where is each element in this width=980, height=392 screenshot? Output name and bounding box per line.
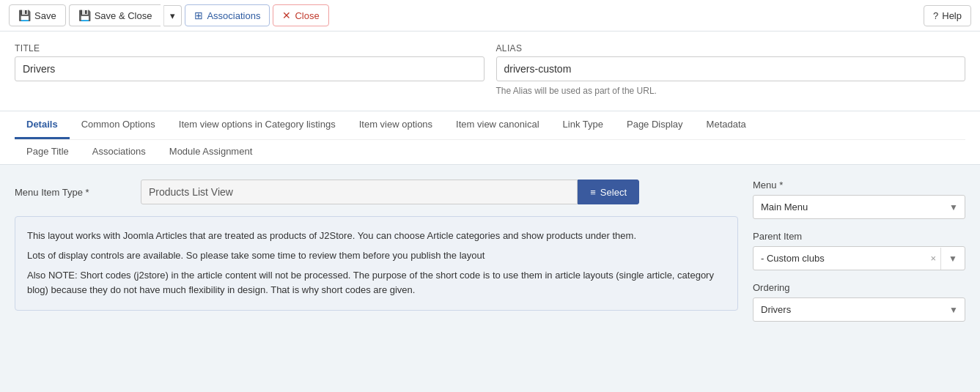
parent-item-dropdown-icon[interactable]: ▼ [940,248,965,270]
tab-item-view-options[interactable]: Item view options [347,111,444,139]
tab-item-view-category[interactable]: Item view options in Category listings [167,111,347,139]
tabs-row-2: Page Title Associations Module Assignmen… [15,139,965,164]
parent-item-field: Parent Item - Custom clubs × ▼ [753,231,965,270]
ordering-select-wrapper: Drivers ▼ [753,297,965,322]
tab-link-type[interactable]: Link Type [551,111,615,139]
form-area: Title Alias The Alias will be used as pa… [0,32,980,111]
tabs-row-1: Details Common Options Item view options… [15,111,965,139]
save-button[interactable]: 💾 Save [9,4,66,26]
info-text-1: This layout works with Joomla Articles t… [27,229,726,244]
help-icon: ? [933,10,938,21]
tab-item-view-canonical[interactable]: Item view canonical [444,111,550,139]
save-icon: 💾 [18,10,31,21]
title-label: Title [15,43,485,53]
info-text-3: Also NOTE: Short codes (j2store) in the … [27,268,726,299]
menu-select-wrapper: Main Menu ▼ [753,195,965,219]
main-content: Menu Item Type * ≡ Select This layout wo… [0,165,980,385]
tab-details[interactable]: Details [15,111,70,139]
associations-button[interactable]: ⊞ Associations [185,4,270,26]
alias-input[interactable] [496,56,966,81]
select-button[interactable]: ≡ Select [578,180,639,204]
tab-common-options[interactable]: Common Options [70,111,167,139]
save-close-button[interactable]: 💾 Save & Close [69,4,161,26]
close-icon: ✕ [282,10,291,21]
menu-item-type-input-group: ≡ Select [141,180,639,204]
list-icon: ≡ [590,187,596,198]
toolbar: 💾 Save 💾 Save & Close ▾ ⊞ Associations ✕… [0,0,980,32]
right-panel: Menu * Main Menu ▼ Parent Item - Custom … [753,180,965,370]
title-input[interactable] [15,56,485,81]
info-text-2: Lots of display controls are available. … [27,248,726,264]
menu-item-type-input [141,180,578,204]
help-button[interactable]: ? Help [924,5,971,26]
info-box: This layout works with Joomla Articles t… [15,216,738,311]
ordering-field: Ordering Drivers ▼ [753,282,965,322]
title-group: Title [15,43,485,96]
save-close-icon: 💾 [78,10,91,21]
tab-page-title[interactable]: Page Title [15,140,81,164]
parent-item-wrapper: - Custom clubs × ▼ [753,246,965,270]
parent-item-value: - Custom clubs [754,247,926,270]
ordering-select[interactable]: Drivers [753,297,965,322]
menu-field: Menu * Main Menu ▼ [753,180,965,219]
menu-item-type-row: Menu Item Type * ≡ Select [15,180,738,204]
tab-associations[interactable]: Associations [81,140,158,164]
tabs-container: Details Common Options Item view options… [0,111,980,165]
associations-icon: ⊞ [194,10,203,21]
alias-hint: The Alias will be used as part of the UR… [496,86,966,96]
left-panel: Menu Item Type * ≡ Select This layout wo… [15,180,738,370]
tab-metadata[interactable]: Metadata [695,111,758,139]
tab-module-assignment[interactable]: Module Assignment [158,140,264,164]
menu-label: Menu * [753,180,965,191]
parent-item-clear-button[interactable]: × [926,247,941,270]
parent-item-label: Parent Item [753,231,965,242]
ordering-label: Ordering [753,282,965,293]
menu-select[interactable]: Main Menu [753,195,965,219]
menu-item-type-label: Menu Item Type * [15,187,132,198]
save-dropdown-button[interactable]: ▾ [163,5,182,26]
alias-label: Alias [496,43,966,53]
tab-page-display[interactable]: Page Display [615,111,695,139]
close-button[interactable]: ✕ Close [273,4,328,26]
alias-group: Alias The Alias will be used as part of … [496,43,966,96]
